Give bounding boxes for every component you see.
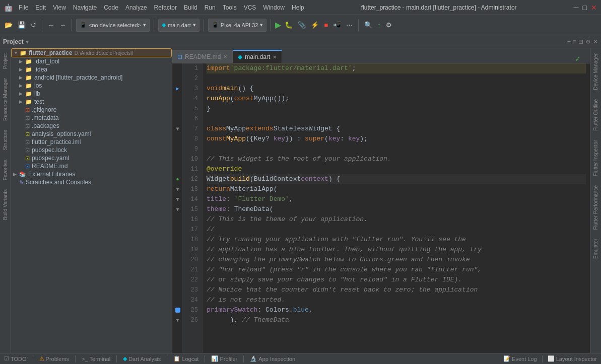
notifications-icon[interactable]: ↑ (376, 20, 382, 30)
save-icon[interactable]: 💾 (16, 20, 27, 30)
tree-item-pubspec-lock[interactable]: ⊡ pubspec.lock (11, 146, 172, 154)
attach-debugger-button[interactable]: 📎 (296, 20, 307, 30)
tree-item-external-libs[interactable]: ▶ 📚 External Libraries (11, 170, 172, 178)
tab-close-main-dart[interactable]: ✕ (273, 54, 277, 60)
sidebar-item-emulator[interactable]: Emulator (592, 236, 599, 262)
menu-analyze[interactable]: Analyze (125, 4, 147, 11)
open-file-icon[interactable]: 📂 (3, 20, 14, 30)
breakpoint-square[interactable] (175, 308, 180, 313)
tree-collapse-arrow[interactable]: ▶ (19, 83, 25, 88)
sidebar-item-project[interactable]: Project (2, 50, 9, 72)
sidebar-item-flutter-outline[interactable]: Flutter Outline (592, 96, 599, 134)
tab-readme[interactable]: ⊡ README.md ✕ (172, 50, 233, 63)
fold-icon[interactable]: ▼ (176, 318, 179, 323)
device-mirror-button[interactable]: 📲 (331, 20, 343, 30)
fold-icon[interactable]: ▼ (176, 126, 179, 132)
tree-expand-arrow[interactable]: ▼ (14, 50, 20, 55)
tab-main-dart[interactable]: ◆ main.dart ✕ (233, 50, 282, 63)
code-editor[interactable]: ▶ ▼ ● ▼ ▼ ▼ (172, 63, 590, 353)
menu-code[interactable]: Code (104, 4, 118, 11)
bottom-tab-problems[interactable]: ⚠ Problems (39, 355, 69, 362)
search-everywhere-icon[interactable]: 🔍 (363, 20, 374, 30)
tree-collapse-arrow[interactable]: ▶ (19, 67, 25, 72)
menu-window[interactable]: Window (263, 4, 285, 11)
sidebar-item-build-variants[interactable]: Build Variants (2, 186, 9, 223)
tab-close-readme[interactable]: ✕ (223, 54, 227, 59)
device-selector[interactable]: 📱 <no device selected> ▾ (76, 19, 150, 32)
tree-item-root[interactable]: ▼ 📁 flutter_practice D:\AndroidStudioPro… (11, 48, 172, 57)
tree-item-lib[interactable]: ▶ 📁 lib (11, 90, 172, 98)
run-button[interactable]: ▶ (275, 20, 281, 30)
bottom-tab-todo[interactable]: ☑ TODO (4, 355, 27, 362)
tree-item-gitignore[interactable]: ⊡ .gitignore (11, 106, 172, 114)
hot-reload-button[interactable]: ⚡ (309, 20, 320, 30)
tree-collapse-arrow[interactable]: ▶ (19, 59, 25, 64)
tree-collapse-arrow[interactable]: ▶ (19, 99, 25, 104)
menu-help[interactable]: Help (292, 4, 304, 11)
yaml-file-icon: ⊡ (25, 155, 30, 162)
menu-vcs[interactable]: VCS (244, 4, 256, 11)
fold-icon[interactable]: ▼ (176, 187, 179, 192)
bottom-tab-event-log[interactable]: 📝 Event Log (503, 355, 537, 362)
more-options-button[interactable]: ⋯ (345, 20, 354, 30)
bottom-tab-app-inspection[interactable]: 🔬 App Inspection (250, 355, 295, 362)
menu-edit[interactable]: Edit (35, 4, 46, 11)
file-selector[interactable]: ◆ main.dart ▾ (158, 19, 199, 32)
collapse-all-icon[interactable]: ≡ (573, 38, 576, 45)
tree-item-packages[interactable]: ⊡ .packages (11, 122, 172, 130)
close-button[interactable]: ✕ (591, 4, 597, 12)
tree-item-iml[interactable]: ⊡ flutter_practice.iml (11, 138, 172, 146)
tree-collapse-arrow[interactable]: ▶ (19, 91, 25, 96)
fold-icon[interactable]: ▶ (176, 86, 179, 92)
fold-icon[interactable]: ▼ (176, 197, 179, 202)
breakpoint-icon[interactable]: ● (176, 177, 179, 182)
tree-item-android[interactable]: ▶ 📁 android [flutter_practice_android] (11, 74, 172, 82)
gear-icon[interactable]: ⚙ (585, 38, 591, 45)
menu-tools[interactable]: Tools (223, 4, 237, 11)
sync-icon[interactable]: ↺ (29, 20, 38, 30)
debug-button[interactable]: 🐛 (283, 20, 294, 30)
pixel-device-selector[interactable]: 📱 Pixel 4a API 32 ▾ (208, 19, 267, 32)
settings-icon[interactable]: ⚙ (384, 20, 393, 30)
sidebar-item-flutter-performance[interactable]: Flutter Performance (592, 182, 599, 233)
sort-icon[interactable]: ⊟ (578, 38, 583, 45)
tree-item-idea[interactable]: ▶ 📁 .idea (11, 65, 172, 74)
forward-icon[interactable]: → (58, 20, 68, 30)
tree-item-analysis-options[interactable]: ⊡ analysis_options.yaml (11, 130, 172, 138)
tree-item-readme[interactable]: ⊡ README.md (11, 162, 172, 170)
tree-expand-arrow[interactable]: ▶ (13, 172, 19, 177)
minimize-button[interactable]: ─ (574, 4, 579, 12)
bottom-tab-dart-analysis[interactable]: ◆ Dart Analysis (123, 355, 161, 362)
tree-item-test[interactable]: ▶ 📁 test (11, 98, 172, 106)
bottom-tab-profiler[interactable]: 📊 Profiler (211, 355, 237, 362)
bottom-tab-logcat[interactable]: 📋 Logcat (173, 355, 198, 362)
menu-navigate[interactable]: Navigate (73, 4, 97, 11)
sidebar-item-device-manager[interactable]: Device Manager (592, 50, 599, 93)
bottom-tab-terminal[interactable]: >_ Terminal (82, 356, 110, 362)
menu-refactor[interactable]: Refactor (154, 4, 177, 11)
stop-button[interactable]: ■ (322, 20, 329, 30)
bottom-tab-layout-inspector[interactable]: ⬜ Layout Inspector (548, 355, 597, 362)
code-content[interactable]: import 'package:flutter/material.dart'; … (203, 63, 590, 353)
sidebar-item-resource-manager[interactable]: Resource Manager (2, 75, 9, 124)
tree-item-dart-tool[interactable]: ▶ 📁 .dart_tool (11, 57, 172, 65)
fold-icon[interactable]: ▼ (176, 207, 179, 212)
back-icon[interactable]: ← (46, 20, 56, 30)
tree-item-ios[interactable]: ▶ 📁 ios (11, 82, 172, 90)
sidebar-item-flutter-inspector[interactable]: Flutter Inspector (592, 137, 599, 179)
menu-run[interactable]: Run (205, 4, 216, 11)
sidebar-item-favorites[interactable]: Favorites (2, 157, 9, 183)
tree-item-pubspec-yaml[interactable]: ⊡ pubspec.yaml (11, 154, 172, 162)
close-panel-icon[interactable]: ✕ (593, 38, 598, 45)
tree-item-metadata[interactable]: ⊡ .metadata (11, 114, 172, 122)
add-icon[interactable]: + (567, 38, 571, 45)
sidebar-item-structure[interactable]: Structure (2, 127, 9, 154)
menu-view[interactable]: View (53, 4, 66, 11)
tree-item-scratches[interactable]: ▶ ✎ Scratches and Consoles (11, 178, 172, 186)
maximize-button[interactable]: □ (583, 4, 587, 12)
chevron-down-icon[interactable]: ▾ (26, 38, 29, 45)
menu-file[interactable]: File (19, 4, 28, 11)
menu-build[interactable]: Build (184, 4, 197, 11)
tree-collapse-arrow[interactable]: ▶ (19, 75, 25, 80)
gutter-line-6 (172, 114, 182, 124)
